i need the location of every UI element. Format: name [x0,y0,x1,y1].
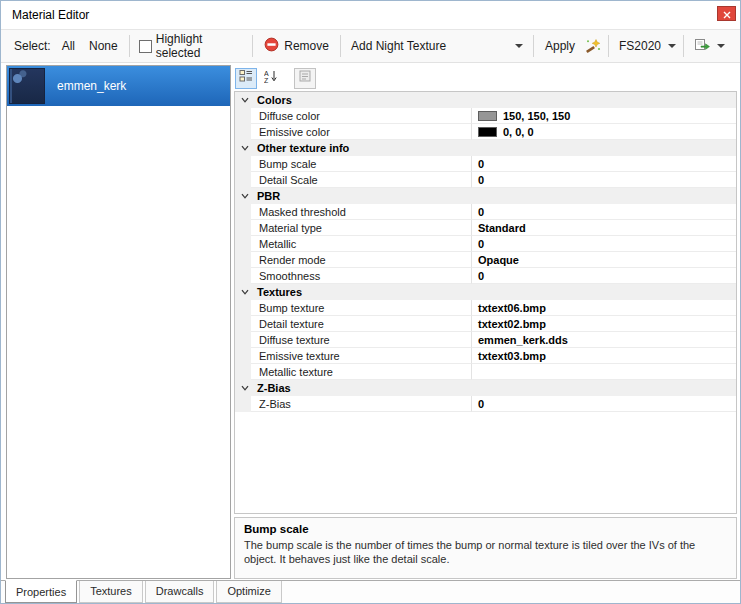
property-row[interactable]: Emissive texturetxtext03.bmp [235,348,736,364]
property-panel: A Z ColorsDif [234,65,737,579]
property-row[interactable]: Detail texturetxtext02.bmp [235,316,736,332]
property-row[interactable]: Bump texturetxtext06.bmp [235,300,736,316]
property-label: Smoothness [251,268,472,284]
chevron-down-icon [668,44,676,48]
select-all-button[interactable]: All [55,36,82,56]
property-value-cell[interactable]: txtext03.bmp [472,348,736,364]
az-sort-icon: A Z [264,69,278,87]
category-row-textures[interactable]: Textures [235,284,736,300]
wand-icon[interactable] [582,38,604,54]
property-grid[interactable]: ColorsDiffuse color150, 150, 150Emissive… [234,91,737,514]
property-value[interactable]: Opaque [478,254,519,266]
collapse-chevron-icon[interactable] [239,95,251,105]
category-row-colors[interactable]: Colors [235,92,736,108]
property-value-cell[interactable]: txtext02.bmp [472,316,736,332]
alphabetical-sort-button[interactable]: A Z [260,68,282,89]
property-row[interactable]: Metallic texture [235,364,736,380]
close-button[interactable] [717,6,736,21]
row-indent [235,316,251,332]
remove-button[interactable]: Remove [257,34,336,58]
property-value-cell[interactable]: Opaque [472,252,736,268]
toolbar: Select: All None Highlight selected Remo… [1,30,740,63]
property-label: Render mode [251,252,472,268]
property-value-cell[interactable]: 0 [472,396,736,412]
property-label: Emissive texture [251,348,472,364]
property-value-cell[interactable]: emmen_kerk.dds [472,332,736,348]
tab-drawcalls[interactable]: Drawcalls [145,581,215,603]
property-label: Detail Scale [251,172,472,188]
property-value-cell[interactable]: 0 [472,156,736,172]
property-value[interactable]: 0 [478,174,484,186]
toolbar-separator [608,35,609,57]
material-editor-window: Material Editor Select: All None Highlig… [0,0,741,604]
property-value-cell[interactable]: 0 [472,204,736,220]
category-row-z-bias[interactable]: Z-Bias [235,380,736,396]
row-indent [235,236,251,252]
collapse-chevron-icon[interactable] [239,143,251,153]
property-value[interactable]: 0 [478,158,484,170]
category-row-other-texture-info[interactable]: Other texture info [235,140,736,156]
material-list[interactable]: emmen_kerk [6,65,231,579]
property-value[interactable]: 0 [478,270,484,282]
property-row[interactable]: Smoothness0 [235,268,736,284]
collapse-chevron-icon[interactable] [239,191,251,201]
property-value[interactable]: 0, 0, 0 [503,126,534,138]
material-item[interactable]: emmen_kerk [7,66,230,106]
color-swatch [478,111,497,121]
property-row[interactable]: Emissive color0, 0, 0 [235,124,736,140]
tab-properties[interactable]: Properties [5,580,77,603]
property-value-cell[interactable]: Standard [472,220,736,236]
tab-optimize[interactable]: Optimize [216,581,281,603]
property-row[interactable]: Render modeOpaque [235,252,736,268]
night-texture-dropdown[interactable]: Add Night Texture [345,36,529,56]
property-value[interactable]: txtext02.bmp [478,318,546,330]
collapse-chevron-icon[interactable] [239,287,251,297]
categorized-view-button[interactable] [235,68,257,89]
property-label: Metallic [251,236,472,252]
property-label: Emissive color [251,124,472,140]
property-value[interactable]: 0 [478,238,484,250]
property-pages-button [294,68,316,89]
property-value[interactable]: Standard [478,222,526,234]
property-row[interactable]: Detail Scale0 [235,172,736,188]
remove-icon [264,37,279,55]
select-none-button[interactable]: None [82,36,125,56]
sim-version-dropdown[interactable]: FS2020 [613,36,679,56]
sim-version-value: FS2020 [619,39,661,53]
property-label: Material type [251,220,472,236]
property-value[interactable]: 0 [478,398,484,410]
property-value-cell[interactable]: 0 [472,236,736,252]
night-texture-value: Add Night Texture [351,39,446,53]
property-value-cell[interactable]: 0 [472,172,736,188]
property-row[interactable]: Z-Bias0 [235,396,736,412]
row-indent [235,156,251,172]
material-thumbnail [9,68,45,104]
property-value-cell[interactable] [472,364,736,380]
toolbar-separator [340,35,341,57]
property-value[interactable]: emmen_kerk.dds [478,334,568,346]
property-value-cell[interactable]: 0, 0, 0 [472,124,736,140]
property-row[interactable]: Bump scale0 [235,156,736,172]
property-row[interactable]: Diffuse textureemmen_kerk.dds [235,332,736,348]
categorized-icon [239,69,253,87]
category-row-pbr[interactable]: PBR [235,188,736,204]
property-value[interactable]: 150, 150, 150 [503,110,570,122]
property-value-cell[interactable]: 0 [472,268,736,284]
property-row[interactable]: Masked threshold0 [235,204,736,220]
property-value[interactable]: txtext06.bmp [478,302,546,314]
select-label: Select: [10,39,55,53]
property-row[interactable]: Material typeStandard [235,220,736,236]
property-value[interactable]: 0 [478,206,484,218]
collapse-chevron-icon[interactable] [239,383,251,393]
apply-button[interactable]: Apply [538,36,582,56]
property-row[interactable]: Diffuse color150, 150, 150 [235,108,736,124]
export-dropdown[interactable] [688,34,731,58]
row-indent [235,396,251,412]
property-value[interactable]: txtext03.bmp [478,350,546,362]
tab-textures[interactable]: Textures [79,581,143,603]
export-icon [694,37,710,55]
property-value-cell[interactable]: txtext06.bmp [472,300,736,316]
property-row[interactable]: Metallic0 [235,236,736,252]
property-value-cell[interactable]: 150, 150, 150 [472,108,736,124]
highlight-selected-checkbox[interactable] [139,40,152,53]
